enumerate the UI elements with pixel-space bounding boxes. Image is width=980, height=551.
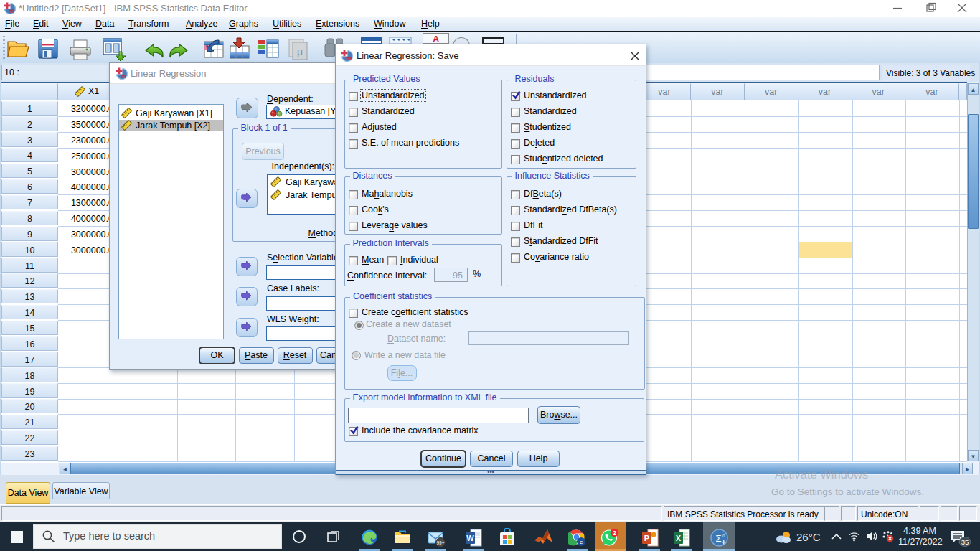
svg-text:W: W	[466, 534, 474, 542]
svg-text:α: α	[722, 533, 725, 538]
svg-text:35: 35	[961, 538, 969, 546]
svg-text:c: c	[580, 539, 583, 545]
svg-text:2: 2	[613, 529, 616, 537]
svg-text:Σ: Σ	[715, 533, 721, 544]
svg-text:99+: 99+	[436, 540, 444, 545]
svg-text:X: X	[676, 534, 682, 542]
svg-text:μ: μ	[297, 46, 303, 57]
svg-text:P: P	[644, 534, 649, 542]
